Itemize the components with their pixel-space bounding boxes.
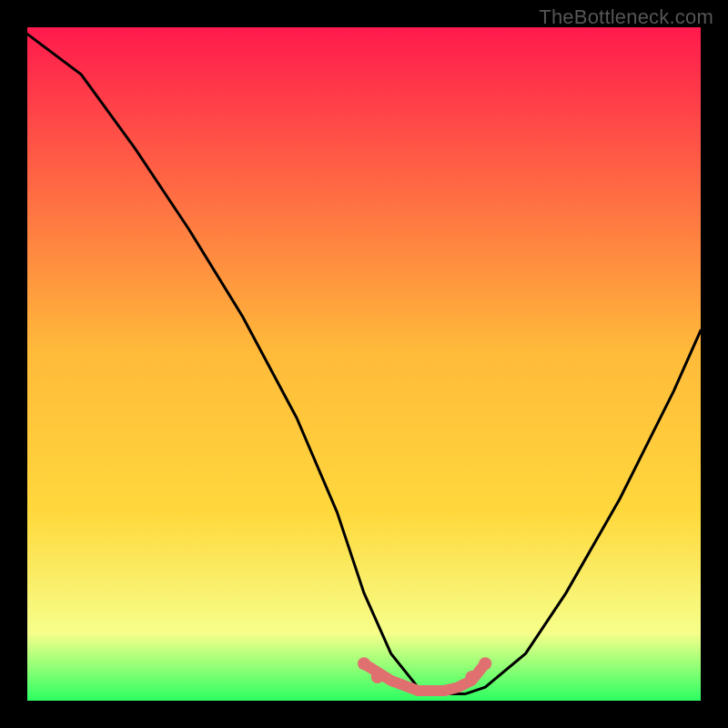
plot-svg	[27, 27, 701, 701]
accent-dot	[371, 671, 384, 683]
watermark-text: TheBottleneck.com	[539, 5, 713, 29]
gradient-background	[27, 27, 701, 701]
accent-dot	[358, 657, 370, 670]
accent-dot	[479, 657, 491, 670]
bottleneck-plot	[27, 27, 701, 701]
accent-dot	[465, 671, 478, 683]
chart-frame: TheBottleneck.com	[0, 0, 728, 728]
